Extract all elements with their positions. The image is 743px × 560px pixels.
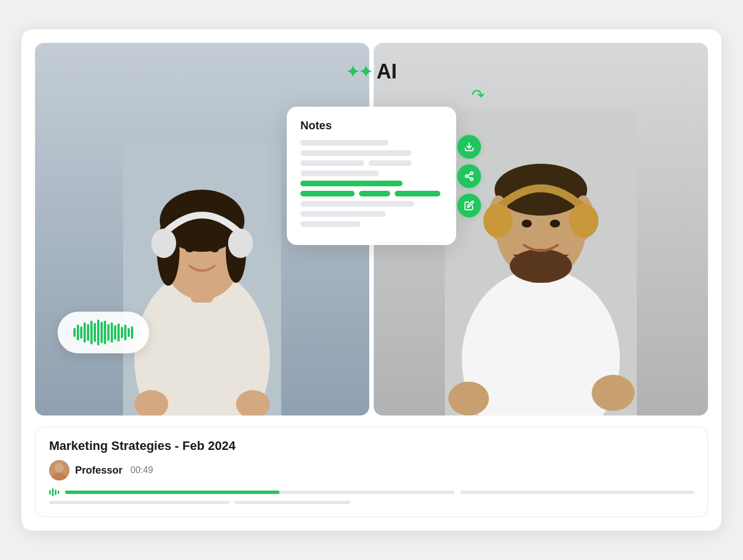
- notes-actions: [457, 135, 481, 217]
- edit-button[interactable]: [457, 194, 481, 217]
- person-left-illustration: [123, 145, 281, 415]
- center-overlay: ✦✦ AI ↷ Notes: [281, 60, 462, 245]
- svg-point-22: [510, 249, 572, 283]
- speaker-name: Professor: [75, 465, 123, 476]
- note-line-1: [300, 140, 388, 146]
- note-line-6: [300, 211, 386, 217]
- note-line-green-2c: [395, 191, 440, 196]
- note-line-5: [300, 201, 414, 207]
- note-line-4: [300, 170, 379, 176]
- note-line-7: [300, 221, 360, 227]
- svg-point-26: [592, 375, 635, 411]
- avatar: [49, 460, 69, 480]
- main-card: ✦✦ AI ↷ Notes: [21, 29, 722, 531]
- note-line-green-1: [300, 181, 403, 186]
- waveform-badge: [58, 312, 149, 353]
- avatar-image: [49, 460, 69, 480]
- progress-track-main[interactable]: [65, 491, 454, 494]
- waveform-visual: [73, 320, 133, 345]
- note-line-green-2b: [359, 191, 390, 196]
- bottom-section: Marketing Strategies - Feb 2024 Professo…: [35, 427, 708, 517]
- svg-point-25: [448, 382, 489, 415]
- svg-point-10: [210, 246, 219, 252]
- note-line-3a: [300, 160, 364, 166]
- ai-arrow-icon: ↷: [471, 86, 484, 104]
- svg-point-20: [483, 204, 513, 238]
- audio-playback-row: [49, 488, 694, 496]
- bottom-bars: [49, 501, 694, 504]
- meeting-title: Marketing Strategies - Feb 2024: [49, 439, 694, 453]
- ai-text: AI: [377, 60, 397, 84]
- note-line-green-2a: [300, 191, 355, 196]
- svg-point-23: [522, 220, 532, 228]
- svg-point-24: [550, 220, 560, 228]
- svg-point-21: [569, 204, 598, 238]
- svg-point-9: [185, 246, 194, 252]
- bottom-bar-2: [234, 501, 351, 504]
- speaker-time: 00:49: [130, 465, 153, 475]
- bottom-bar-1: [49, 501, 230, 504]
- top-section: ✦✦ AI ↷ Notes: [35, 43, 708, 415]
- progress-fill: [65, 491, 279, 494]
- svg-point-7: [151, 229, 176, 258]
- speaker-row: Professor 00:49: [49, 460, 694, 480]
- svg-line-31: [467, 177, 470, 178]
- note-line-3b: [369, 160, 412, 166]
- ai-label: ✦✦ AI: [346, 60, 397, 84]
- svg-point-8: [228, 229, 253, 258]
- note-line-2: [300, 150, 412, 156]
- share-button[interactable]: [457, 164, 481, 188]
- progress-track-secondary: [460, 491, 694, 494]
- notes-card: Notes: [287, 107, 456, 245]
- mini-waveform: [49, 488, 59, 496]
- notes-title: Notes: [300, 119, 443, 132]
- svg-point-34: [55, 463, 64, 473]
- sparkle-icon: ✦✦: [346, 63, 372, 81]
- download-button[interactable]: [457, 135, 481, 159]
- svg-line-32: [467, 174, 470, 176]
